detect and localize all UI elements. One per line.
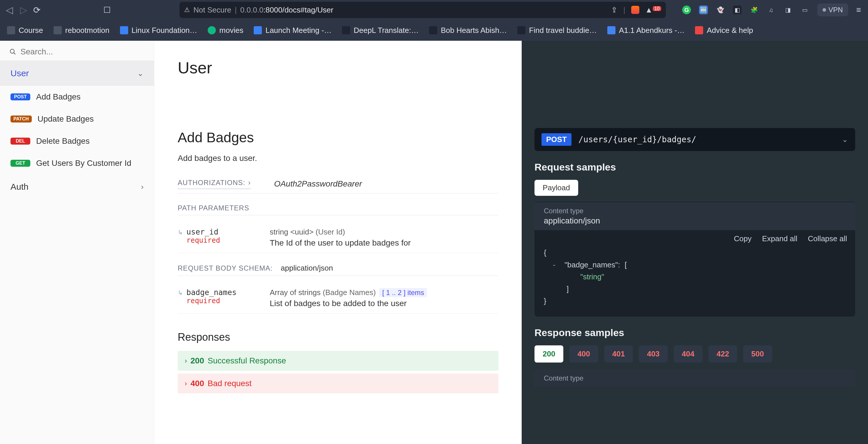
bookmark-icon[interactable]: ☐ — [103, 5, 111, 15]
bookmark-favicon — [54, 26, 62, 34]
sidebar-section-label: Auth — [10, 182, 29, 192]
bookmark-item[interactable]: Linux Foundation… — [120, 26, 197, 35]
collapse-all-button[interactable]: Collapse all — [808, 234, 847, 243]
bookmark-item[interactable]: Advice & help — [695, 26, 753, 35]
sidebar-item-label: Delete Badges — [36, 136, 90, 146]
url-bar[interactable]: ⚠ Not Secure | 0.0.0.0:8000/docs#tag/Use… — [179, 2, 666, 18]
sidebar-section-user[interactable]: User ⌄ — [0, 61, 154, 86]
response-code-tabs: 200400401403404422500 — [534, 345, 855, 363]
svg-point-0 — [10, 49, 14, 53]
bookmark-favicon — [517, 26, 525, 34]
response-tab-422[interactable]: 422 — [708, 345, 737, 363]
sidebar-item-label: Update Badges — [38, 114, 94, 124]
bookmark-item[interactable]: Course — [7, 26, 43, 35]
authorization-value: OAuth2PasswordBearer — [274, 179, 362, 189]
response-400[interactable]: › 400 Bad request — [178, 374, 498, 394]
response-tab-403[interactable]: 403 — [639, 345, 668, 363]
response-tab-200[interactable]: 200 — [534, 345, 563, 363]
bookmark-item[interactable]: rebootmotion — [54, 26, 110, 35]
bookmark-item[interactable]: Launch Meeting -… — [254, 26, 332, 35]
music-icon[interactable]: ♫ — [767, 5, 775, 14]
warning-icon: ⚠ — [184, 6, 190, 14]
param-arrow-icon: ↳ — [178, 288, 183, 297]
sidebar-item[interactable]: PATCHUpdate Badges — [0, 108, 154, 130]
expand-all-button[interactable]: Expand all — [762, 234, 797, 243]
grammarly-icon[interactable]: G — [682, 5, 691, 14]
method-badge: GET — [10, 160, 30, 167]
response-tab-500[interactable]: 500 — [743, 345, 772, 363]
bookmark-favicon — [429, 26, 437, 34]
search-box[interactable] — [0, 43, 154, 61]
param-name: badge_names — [186, 288, 237, 297]
reload-icon[interactable]: ⟳ — [33, 5, 40, 15]
url-text: 0.0.0.0:8000/docs#tag/User — [240, 5, 333, 14]
bookmark-favicon — [695, 26, 703, 34]
chevron-right-icon: › — [185, 357, 187, 365]
search-input[interactable] — [21, 47, 145, 57]
bookmarks-bar: CourserebootmotionLinux Foundation…movie… — [0, 20, 868, 41]
puzzle-icon[interactable]: 🧩 — [750, 5, 758, 14]
response-code: 400 — [190, 379, 204, 388]
content-type-label: Content type — [544, 207, 846, 215]
param-description: List of badges to be added to the user — [270, 299, 498, 308]
google-translate-icon[interactable]: 🔤 — [699, 5, 708, 14]
sidebar-item[interactable]: GETGet Users By Customer Id — [0, 152, 154, 174]
bookmark-item[interactable]: movies — [208, 26, 243, 35]
sidebar-toggle-icon[interactable]: ◨ — [783, 5, 792, 14]
bookmark-label: Course — [19, 26, 43, 35]
bookmark-label: Find travel buddie… — [529, 26, 597, 35]
sidebar-section-label: User — [10, 68, 29, 78]
extension-icon[interactable]: ◧ — [733, 5, 742, 14]
bookmark-item[interactable]: DeepL Translate:… — [342, 26, 418, 35]
bookmark-label: Advice & help — [707, 26, 753, 35]
method-badge: DEL — [10, 138, 30, 145]
sidebar-item-label: Add Badges — [36, 92, 81, 102]
sidebar-item[interactable]: POSTAdd Badges — [0, 86, 154, 108]
items-range-badge: [ 1 .. 2 ] items — [379, 288, 427, 297]
vpn-label: VPN — [828, 6, 843, 14]
bookmark-label: Linux Foundation… — [132, 26, 197, 35]
share-icon[interactable]: ⇪ — [611, 5, 618, 14]
authorizations-label[interactable]: AUTHORIZATIONS:› — [178, 179, 251, 189]
payload-tab[interactable]: Payload — [534, 180, 578, 196]
brave-rewards-icon[interactable]: ▲10 — [645, 5, 661, 14]
bookmark-item[interactable]: A1.1 Abendkurs -… — [607, 26, 684, 35]
back-icon[interactable]: ◁ — [5, 3, 14, 16]
response-200[interactable]: › 200 Successful Response — [178, 351, 498, 371]
json-sample: { - "badge_names": [ "string" ] } — [534, 246, 855, 311]
page-title: User — [178, 58, 498, 77]
samples-panel: POST /users/{user_id}/badges/ ⌄ Request … — [522, 41, 868, 444]
path-parameters-label: PATH PARAMETERS — [178, 204, 498, 215]
param-required: required — [186, 236, 220, 244]
copy-button[interactable]: Copy — [734, 234, 751, 243]
method-badge: PATCH — [10, 115, 32, 123]
hamburger-menu-icon[interactable]: ≡ — [856, 5, 861, 14]
chevron-right-icon: › — [141, 182, 144, 192]
bookmark-item[interactable]: Bob Hearts Abish… — [429, 26, 507, 35]
brave-shield-icon[interactable] — [631, 6, 639, 14]
svg-line-1 — [14, 53, 16, 55]
response-code: 200 — [190, 356, 204, 366]
response-tab-400[interactable]: 400 — [569, 345, 598, 363]
reader-icon[interactable]: ▭ — [800, 5, 809, 14]
sidebar-item-label: Get Users By Customer Id — [36, 159, 131, 168]
request-body-label: REQUEST BODY SCHEMA: — [178, 264, 273, 272]
ghost-icon[interactable]: 👻 — [716, 5, 725, 14]
param-description: The Id of the user to update badges for — [270, 238, 498, 248]
bookmark-item[interactable]: Find travel buddie… — [517, 26, 597, 35]
bookmark-label: movies — [219, 26, 243, 35]
response-text: Successful Response — [208, 356, 286, 366]
vpn-button[interactable]: VPN — [817, 3, 848, 16]
url-host: 0.0.0.0 — [240, 5, 264, 14]
endpoint-method-badge: POST — [541, 133, 571, 146]
response-tab-404[interactable]: 404 — [674, 345, 703, 363]
sidebar-item[interactable]: DELDelete Badges — [0, 130, 154, 152]
main-content: User Add Badges Add badges to a user. AU… — [154, 41, 522, 444]
url-path: :8000/docs#tag/User — [263, 5, 333, 14]
request-samples-heading: Request samples — [534, 162, 855, 173]
endpoint-path: /users/{user_id}/badges/ — [579, 135, 835, 144]
response-tab-401[interactable]: 401 — [604, 345, 633, 363]
responses-heading: Responses — [178, 331, 498, 343]
sidebar-section-auth[interactable]: Auth › — [0, 174, 154, 199]
endpoint-box[interactable]: POST /users/{user_id}/badges/ ⌄ — [534, 128, 855, 151]
